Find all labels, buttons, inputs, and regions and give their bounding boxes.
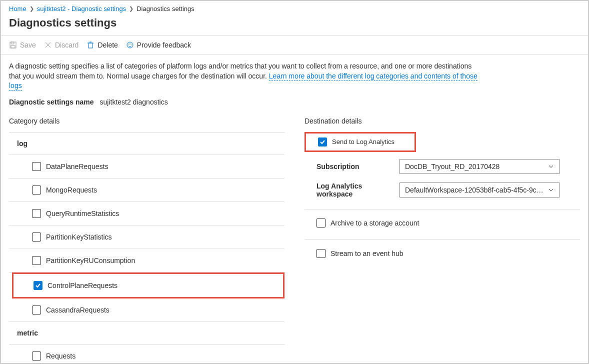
send-log-analytics-row: Send to Log Analytics [304, 132, 416, 152]
chevron-down-icon [548, 164, 554, 170]
log-category-row: PartitionKeyStatistics [9, 226, 284, 249]
subscription-label: Subscription [316, 162, 392, 170]
stream-eventhub-checkbox[interactable] [316, 249, 326, 258]
svg-rect-2 [11, 46, 15, 48]
setting-name-value: sujitktest2 diagnostics [100, 98, 168, 106]
close-icon [44, 41, 52, 49]
breadcrumb: Home ❯ sujitktest2 - Diagnostic settings… [1, 1, 588, 14]
breadcrumb-home[interactable]: Home [9, 5, 26, 12]
stream-eventhub-label: Stream to an event hub [330, 250, 404, 258]
archive-storage-checkbox[interactable] [316, 218, 326, 228]
svg-point-8 [127, 42, 133, 48]
log-category-checkbox[interactable] [34, 281, 42, 290]
save-button[interactable]: Save [9, 41, 36, 49]
smile-icon [126, 41, 134, 49]
log-category-checkbox[interactable] [32, 186, 41, 194]
feedback-button[interactable]: Provide feedback [126, 41, 191, 49]
category-header: Category details [9, 117, 284, 125]
subscription-dropdown[interactable]: DocDB_Tryout_RD_20170428 [400, 159, 560, 174]
chevron-right-icon: ❯ [30, 6, 34, 12]
log-category-row: PartitionKeyRUConsumption [9, 249, 284, 272]
log-category-label: DataPlaneRequests [46, 162, 108, 170]
log-category-checkbox[interactable] [32, 306, 41, 314]
svg-point-9 [128, 44, 129, 44]
setting-name-row: Diagnostic settings name sujitktest2 dia… [9, 98, 580, 106]
metric-category-label: Requests [46, 352, 76, 360]
log-category-row: MongoRequests [9, 178, 284, 202]
log-category-label: PartitionKeyRUConsumption [46, 256, 135, 264]
breadcrumb-current: Diagnostics settings [136, 5, 194, 12]
log-category-checkbox[interactable] [32, 162, 41, 171]
log-category-label: MongoRequests [46, 186, 97, 194]
workspace-label: Log Analytics workspace [316, 182, 392, 198]
log-category-label: ControlPlaneRequests [48, 282, 118, 290]
log-category-label: QueryRuntimeStatistics [46, 210, 119, 218]
archive-storage-row: Archive to a storage account [304, 214, 580, 232]
delete-button[interactable]: Delete [86, 41, 118, 49]
log-category-checkbox[interactable] [32, 256, 41, 265]
description-text: A diagnostic setting specifies a list of… [9, 62, 479, 91]
trash-icon [86, 41, 94, 49]
svg-rect-1 [11, 42, 14, 44]
log-category-row: CassandraRequests [9, 298, 284, 322]
chevron-down-icon [548, 187, 554, 193]
log-category-row: DataPlaneRequests [9, 155, 284, 178]
workspace-dropdown[interactable]: DefaultWorkspace-12053b8f-cab5-4f5c-9c1a… [400, 182, 560, 198]
chevron-right-icon: ❯ [129, 6, 134, 12]
metric-category-row: Requests [9, 344, 284, 364]
destination-header: Destination details [304, 117, 580, 125]
log-category-checkbox[interactable] [32, 232, 41, 242]
log-category-row: ControlPlaneRequests [12, 272, 284, 298]
breadcrumb-parent[interactable]: sujitktest2 - Diagnostic settings [37, 5, 126, 12]
toolbar: Save Discard Delete Provide feedback [1, 36, 588, 54]
stream-eventhub-row: Stream to an event hub [304, 244, 580, 263]
log-category-checkbox[interactable] [32, 209, 41, 218]
discard-button[interactable]: Discard [44, 41, 78, 49]
log-category-row: QueryRuntimeStatistics [9, 202, 284, 226]
log-group-label: log [9, 132, 284, 155]
archive-storage-label: Archive to a storage account [330, 219, 419, 227]
svg-point-10 [130, 44, 131, 44]
svg-rect-5 [88, 43, 92, 48]
page-title: Diagnostics settings [1, 14, 588, 36]
save-icon [9, 41, 17, 49]
metric-category-checkbox[interactable] [32, 352, 41, 360]
send-log-analytics-checkbox[interactable] [318, 138, 327, 146]
send-log-analytics-label: Send to Log Analytics [332, 138, 394, 146]
metric-group-label: metric [9, 322, 284, 344]
log-category-label: CassandraRequests [46, 306, 110, 314]
log-category-label: PartitionKeyStatistics [46, 233, 112, 241]
